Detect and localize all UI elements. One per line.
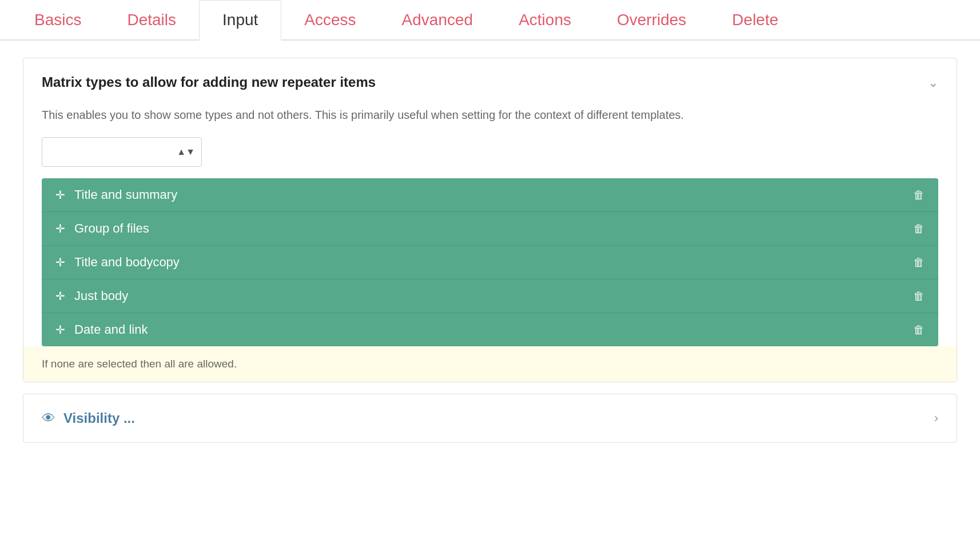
tab-basics[interactable]: Basics [11, 1, 104, 39]
tab-overrides[interactable]: Overrides [594, 1, 709, 39]
visibility-header[interactable]: 👁 Visibility ... › [23, 394, 957, 442]
tab-details[interactable]: Details [104, 1, 199, 39]
matrix-item-label: Title and bodycopy [74, 255, 180, 270]
tab-actions[interactable]: Actions [496, 1, 594, 39]
delete-item-icon[interactable]: 🗑 [913, 189, 925, 202]
section-description: This enables you to show some types and … [23, 106, 957, 137]
info-note: If none are selected then all are allowe… [23, 346, 957, 382]
drag-icon: ✛ [55, 323, 65, 337]
expand-icon[interactable]: › [934, 411, 938, 426]
section-title: Matrix types to allow for adding new rep… [42, 74, 376, 90]
matrix-section-card: Matrix types to allow for adding new rep… [23, 58, 957, 382]
matrix-item-label: Date and link [74, 322, 148, 337]
visibility-section: 👁 Visibility ... › [23, 394, 957, 443]
drag-icon: ✛ [55, 289, 65, 303]
drag-icon: ✛ [55, 188, 65, 202]
matrix-item[interactable]: ✛ Date and link 🗑 [42, 313, 938, 346]
tabs-bar: Basics Details Input Access Advanced Act… [0, 0, 980, 41]
delete-item-icon[interactable]: 🗑 [913, 290, 925, 303]
eye-icon: 👁 [42, 410, 55, 426]
tab-delete[interactable]: Delete [709, 1, 801, 39]
drag-icon: ✛ [55, 255, 65, 269]
matrix-item[interactable]: ✛ Just body 🗑 [42, 279, 938, 313]
section-header: Matrix types to allow for adding new rep… [23, 58, 957, 106]
delete-item-icon[interactable]: 🗑 [913, 323, 925, 337]
matrix-item-label: Title and summary [74, 187, 177, 202]
main-content: Matrix types to allow for adding new rep… [0, 41, 980, 460]
visibility-title: Visibility ... [63, 410, 135, 426]
page-wrapper: Basics Details Input Access Advanced Act… [0, 0, 980, 560]
tab-advanced[interactable]: Advanced [379, 1, 496, 39]
matrix-item[interactable]: ✛ Title and summary 🗑 [42, 178, 938, 212]
matrix-item-label: Group of files [74, 221, 149, 236]
matrix-item[interactable]: ✛ Group of files 🗑 [42, 212, 938, 246]
matrix-item-label: Just body [74, 289, 128, 303]
delete-item-icon[interactable]: 🗑 [913, 256, 925, 269]
tab-access[interactable]: Access [281, 1, 379, 39]
matrix-item[interactable]: ✛ Title and bodycopy 🗑 [42, 246, 938, 279]
delete-item-icon[interactable]: 🗑 [913, 222, 925, 235]
tab-input[interactable]: Input [199, 0, 281, 41]
matrix-list: ✛ Title and summary 🗑 ✛ Group of files 🗑… [42, 178, 938, 346]
drag-icon: ✛ [55, 222, 65, 235]
collapse-icon[interactable]: ⌄ [928, 75, 938, 90]
type-select[interactable]: Title and summary Group of files Title a… [42, 137, 202, 167]
type-select-wrapper: Title and summary Group of files Title a… [42, 137, 202, 167]
